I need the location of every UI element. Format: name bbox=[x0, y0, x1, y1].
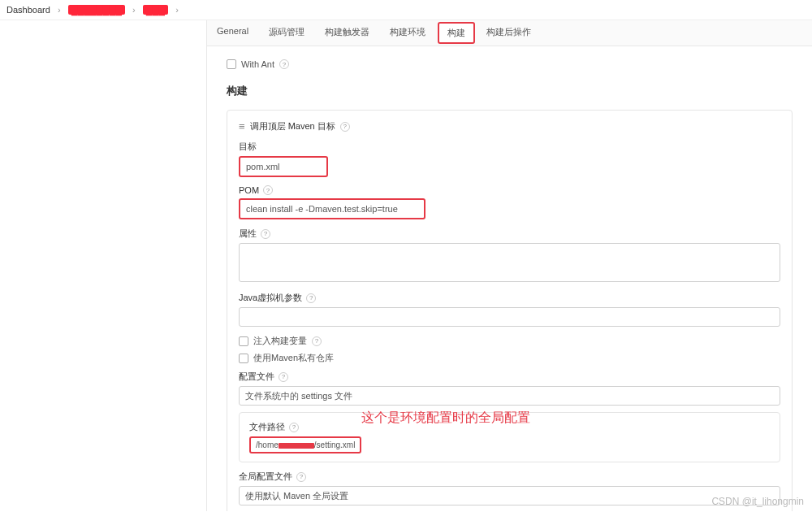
chevron-right-icon: › bbox=[58, 5, 61, 15]
chevron-right-icon: › bbox=[175, 5, 179, 15]
chevron-right-icon: › bbox=[132, 5, 136, 15]
help-icon[interactable]: ? bbox=[312, 336, 322, 346]
tab-env[interactable]: 构建环境 bbox=[380, 20, 436, 46]
help-icon[interactable]: ? bbox=[289, 423, 299, 432]
tab-postbuild[interactable]: 构建后操作 bbox=[477, 20, 542, 46]
breadcrumb-item-redacted[interactable]: ███ bbox=[143, 5, 168, 15]
pom-input[interactable] bbox=[239, 198, 425, 219]
inject-vars-checkbox[interactable] bbox=[239, 336, 248, 346]
pom-label: POM bbox=[239, 185, 259, 195]
private-repo-checkbox[interactable] bbox=[239, 354, 248, 363]
jvm-label: Java虚拟机参数 bbox=[239, 292, 302, 304]
annotation-text: 这个是环境配置时的全局配置 bbox=[361, 410, 530, 427]
tab-triggers[interactable]: 构建触发器 bbox=[315, 20, 380, 46]
help-icon[interactable]: ? bbox=[296, 472, 306, 482]
with-ant-label: With Ant bbox=[241, 59, 274, 69]
props-input[interactable] bbox=[239, 243, 780, 282]
tab-general[interactable]: General bbox=[207, 20, 259, 46]
breadcrumb: Dashboard › ████████ › ███ › bbox=[0, 0, 812, 20]
help-icon[interactable]: ? bbox=[261, 229, 270, 239]
target-label: 目标 bbox=[239, 141, 780, 153]
globalconfig-select[interactable] bbox=[239, 486, 780, 505]
props-label: 属性 bbox=[239, 228, 257, 240]
help-icon[interactable]: ? bbox=[306, 293, 316, 303]
jvm-input[interactable] bbox=[239, 307, 780, 327]
with-ant-row: With Ant ? bbox=[227, 59, 793, 69]
main-content: General 源码管理 构建触发器 构建环境 构建 构建后操作 With An… bbox=[207, 20, 812, 511]
breadcrumb-root[interactable]: Dashboard bbox=[6, 5, 50, 15]
private-repo-label: 使用Maven私有仓库 bbox=[253, 352, 334, 364]
tab-scm[interactable]: 源码管理 bbox=[259, 20, 315, 46]
tab-build[interactable]: 构建 bbox=[438, 22, 475, 44]
drag-handle-icon[interactable]: ≡ bbox=[239, 120, 245, 132]
inject-vars-label: 注入构建变量 bbox=[253, 335, 307, 347]
help-icon[interactable]: ? bbox=[279, 59, 289, 69]
configfile-select[interactable] bbox=[239, 386, 780, 406]
maven-panel: ≡ 调用顶层 Maven 目标 ? 目标 POM ? bbox=[227, 110, 793, 511]
redacted-path bbox=[279, 443, 314, 449]
help-icon[interactable]: ? bbox=[279, 372, 288, 382]
sidebar bbox=[0, 20, 207, 511]
filepath-input[interactable]: /home/setting.xml bbox=[249, 436, 361, 453]
config-tabs: General 源码管理 构建触发器 构建环境 构建 构建后操作 bbox=[207, 20, 812, 46]
target-input[interactable] bbox=[239, 156, 328, 177]
help-icon[interactable]: ? bbox=[263, 185, 273, 195]
filepath-label: 文件路径 bbox=[249, 421, 285, 433]
globalconfig-label: 全局配置文件 bbox=[239, 471, 292, 483]
with-ant-checkbox[interactable] bbox=[227, 59, 236, 69]
breadcrumb-item-redacted[interactable]: ████████ bbox=[68, 5, 125, 15]
help-icon[interactable]: ? bbox=[340, 122, 350, 132]
section-title-build: 构建 bbox=[227, 84, 793, 98]
configfile-label: 配置文件 bbox=[239, 371, 274, 383]
panel-title: 调用顶层 Maven 目标 bbox=[250, 120, 335, 132]
